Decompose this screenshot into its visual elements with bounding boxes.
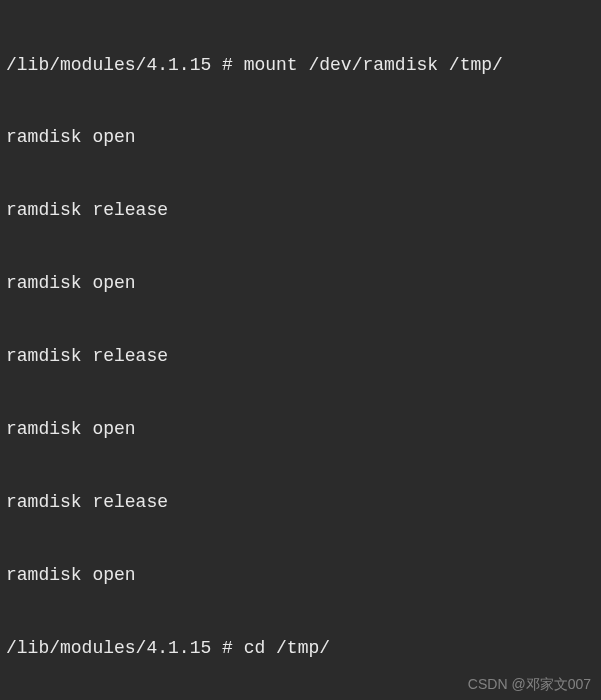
terminal-line: ramdisk open bbox=[6, 563, 595, 587]
terminal-line: ramdisk release bbox=[6, 490, 595, 514]
terminal-output: /lib/modules/4.1.15 # mount /dev/ramdisk… bbox=[6, 4, 595, 700]
terminal-line: /lib/modules/4.1.15 # cd /tmp/ bbox=[6, 636, 595, 660]
terminal-line: ramdisk open bbox=[6, 271, 595, 295]
terminal-line: ramdisk open bbox=[6, 125, 595, 149]
watermark-text: CSDN @邓家文007 bbox=[468, 675, 591, 694]
terminal-line: ramdisk release bbox=[6, 344, 595, 368]
terminal-line: ramdisk open bbox=[6, 417, 595, 441]
terminal-line: /lib/modules/4.1.15 # mount /dev/ramdisk… bbox=[6, 53, 595, 77]
terminal-line: ramdisk release bbox=[6, 198, 595, 222]
